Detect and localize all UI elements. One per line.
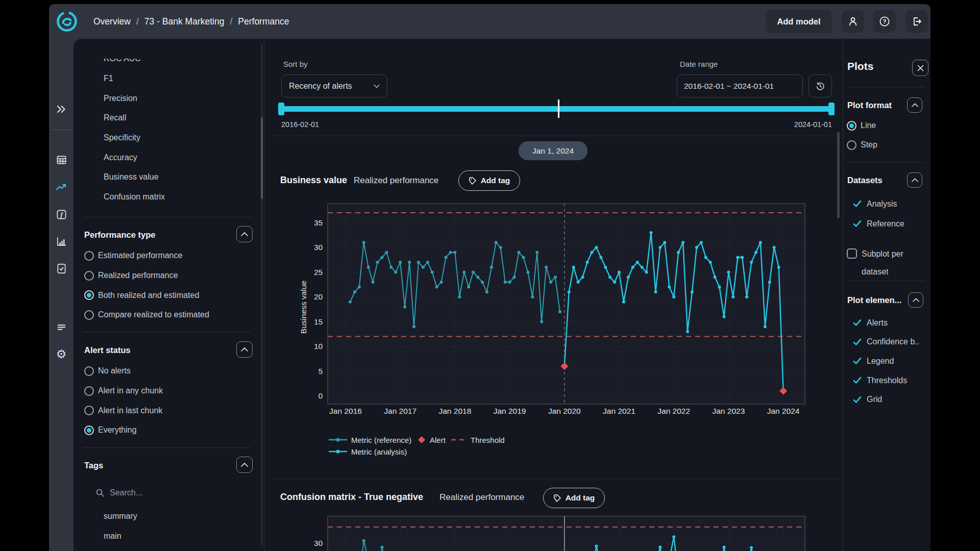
radio-option[interactable]: Everything [84,420,163,440]
tag-item-main[interactable]: main [104,526,137,546]
sidebar-metric-recall[interactable]: Recall [104,108,252,128]
performance-type-collapse-button[interactable] [236,226,253,242]
svg-text:Jan 2016: Jan 2016 [329,407,362,415]
breadcrumb-item[interactable]: Performance [238,16,289,27]
radio-option[interactable]: Realized performance [84,266,209,286]
tag-item-summary[interactable]: summary [104,506,137,526]
document-check-icon [56,263,67,274]
sidebar-metric-accuracy[interactable]: Accuracy [104,147,252,167]
reference-line-sample [329,437,347,443]
sidebar-metric-roc-auc[interactable]: ROC AUC [104,59,252,69]
svg-text:Business value: Business value [299,281,308,334]
checked-item[interactable]: Grid [847,390,919,409]
svg-text:?: ? [883,18,886,24]
tag-search-input[interactable] [109,488,213,498]
radio-option[interactable]: Step [847,135,877,155]
filter-sidebar: ROC AUCF1PrecisionRecallSpecificityAccur… [74,39,264,551]
plot-format-options: LineStep [847,116,877,155]
nannyml-logo[interactable] [56,11,78,32]
chevron-up-icon [241,463,248,467]
performance-type-options: Estimated performanceRealized performanc… [84,246,209,325]
svg-text:Jan 2023: Jan 2023 [713,407,745,415]
checked-item[interactable]: Alerts [847,313,919,333]
sidebar-metric-precision[interactable]: Precision [104,88,252,108]
close-icon [917,65,924,71]
expand-sidebar-button[interactable] [49,99,74,119]
plots-panel: Plots Plot format LineStep Datasets Anal… [843,39,930,551]
date-range-input[interactable]: 2016-02-01 ~ 2024-01-01 [677,74,803,97]
business-value-chart[interactable]: 05101520253035Jan 2016Jan 2017Jan 2018Ja… [293,199,817,416]
help-button[interactable]: ? [873,10,896,33]
sidebar-metric-f1[interactable]: F1 [104,69,252,89]
svg-text:25: 25 [314,268,323,277]
plot-elements-header: Plot elemen... [847,291,901,309]
radio-option[interactable]: Both realized and estimated [84,285,209,305]
main-scrollbar-thumb[interactable] [837,132,840,218]
radio-option[interactable]: Alert in last chunk [84,400,163,420]
rail-item-settings[interactable]: ⚙ [49,344,74,364]
radio-option[interactable]: Compare realized to estimated [84,305,209,325]
legend-item-alert[interactable]: Alert [418,436,446,444]
radio-option[interactable]: No alerts [84,361,163,381]
radio-selected [847,121,856,131]
logout-button[interactable] [905,10,928,33]
add-tag-button[interactable]: Add tag [543,488,605,508]
rail-item-data[interactable] [49,149,74,170]
plot-elements-collapse-button[interactable] [908,292,923,308]
checked-item[interactable]: Confidence b.. [847,333,919,352]
datasets-header: Datasets [847,171,883,189]
radio-option[interactable]: Estimated performance [84,246,209,266]
breadcrumb-item[interactable]: 73 - Bank Marketing [144,16,225,27]
legend-label: Metric (reference) [351,436,411,444]
rail-item-reports[interactable] [49,258,74,279]
user-button[interactable] [842,10,864,33]
radio-label: Realized performance [98,271,178,280]
alert-status-collapse-button[interactable] [236,341,253,358]
close-plots-panel-button[interactable] [912,60,928,76]
sort-by-dropdown[interactable]: Recency of alerts [281,74,387,97]
sidebar-metric-business-value[interactable]: Business value [104,167,252,187]
date-slider-handle-end[interactable] [828,103,835,115]
reset-date-range-button[interactable] [808,74,832,97]
plot-format-collapse-button[interactable] [907,97,922,113]
add-tag-label: Add tag [566,493,595,503]
tag-search-row [95,485,213,500]
svg-text:Jan 2024: Jan 2024 [767,407,800,415]
rail-item-charts[interactable] [49,231,74,252]
legend-item-analysis[interactable]: Metric (analysis) [329,447,407,456]
rail-item-functions[interactable]: f [49,204,74,224]
radio-unselected [84,406,94,415]
svg-text:20: 20 [314,292,323,301]
add-model-button[interactable]: Add model [766,10,832,33]
radio-option[interactable]: Line [847,116,877,135]
sidebar-scrollbar-thumb[interactable] [261,117,263,199]
tags-collapse-button[interactable] [236,457,253,473]
top-bar: Overview/73 - Bank Marketing/Performance… [49,4,930,39]
logo-icon [56,11,78,32]
datasets-collapse-button[interactable] [907,172,922,188]
rail-item-monitoring-active[interactable] [49,177,74,197]
sidebar-metric-confusion-matrix[interactable]: Confusion matrix [104,187,252,207]
sort-by-label: Sort by [283,60,308,68]
breadcrumb-item[interactable]: Overview [93,16,131,27]
confusion-matrix-chart[interactable]: 30 [293,516,817,551]
checked-item[interactable]: Reference [847,214,904,234]
current-date-chip[interactable]: Jan 1, 2024 [519,141,587,160]
checked-item[interactable]: Thresholds [847,371,919,390]
checked-item[interactable]: Analysis [847,194,904,214]
radio-option[interactable]: Alert in any chunk [84,381,163,401]
add-tag-button[interactable]: Add tag [458,170,520,191]
subplot-per-dataset-label[interactable]: Subplot per dataset [862,245,923,281]
svg-text:Jan 2019: Jan 2019 [494,407,526,415]
date-slider-marker[interactable] [558,99,559,118]
list-icon [56,321,67,333]
legend-item-threshold[interactable]: Threshold [451,436,505,444]
date-slider-handle-start[interactable] [278,103,284,115]
legend-item-reference[interactable]: Metric (reference) [329,436,411,444]
rail-item-logs[interactable] [49,317,74,337]
date-slider-track[interactable] [281,106,832,112]
subplot-per-dataset-checkbox[interactable] [847,248,857,259]
svg-text:Jan 2020: Jan 2020 [548,407,581,415]
sidebar-metric-specificity[interactable]: Specificity [104,128,252,148]
checked-item[interactable]: Legend [847,352,919,371]
